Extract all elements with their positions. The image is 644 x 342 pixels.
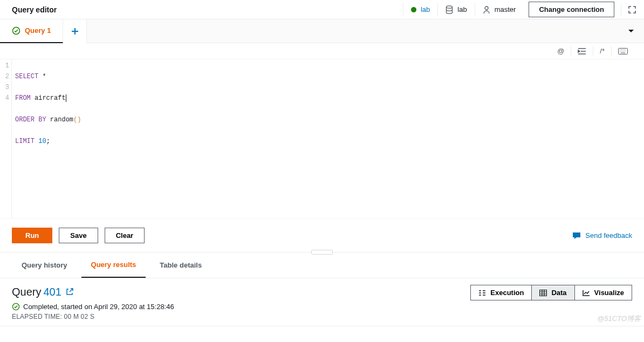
indent-button[interactable] [571,46,593,57]
grid-icon [539,290,547,296]
elapsed-time: ELAPSED TIME: 00 m 02 s [12,313,632,320]
header-bar: Query editor lab lab master Change conne… [0,0,644,19]
execution-button[interactable]: Execution [470,285,532,300]
line-number: 2 [0,71,11,82]
editor-controls: Run Save Clear Send feedback [0,219,644,252]
keyboard-button[interactable] [611,46,634,57]
tabs-menu-button[interactable] [618,27,644,35]
tab-query-history[interactable]: Query history [12,252,77,278]
resize-handle[interactable] [311,250,333,255]
at-sign-button[interactable]: @ [551,46,571,57]
connection-cluster-label: lab [421,5,430,13]
line-gutter: 1 2 3 4 [0,59,12,218]
save-button[interactable]: Save [59,228,98,243]
result-tabs: Query history Query results Table detail… [0,252,644,278]
connection-user-label: master [495,5,516,13]
comment-button[interactable]: /* [593,46,611,57]
tab-query-1[interactable]: Query 1 [0,19,63,43]
chart-icon [583,290,590,296]
editor-toolbar: @ /* [0,43,644,59]
status-text: Completed, started on April 29, 2020 at … [23,303,174,311]
visualize-button[interactable]: Visualize [574,285,632,300]
result-view-buttons: Execution Data Visualize [471,285,632,300]
data-button[interactable]: Data [531,285,574,300]
external-link-icon[interactable] [66,286,73,298]
connection-database: lab [437,3,474,17]
tab-query-results[interactable]: Query results [81,252,146,278]
add-tab-button[interactable] [63,19,87,43]
svg-point-0 [447,5,453,8]
tab-label: Query 1 [25,26,51,35]
feedback-icon [572,232,581,240]
check-circle-icon [12,26,20,35]
tab-table-details[interactable]: Table details [150,252,211,278]
run-button[interactable]: Run [12,228,52,243]
connection-database-label: lab [457,5,467,13]
query-tabs: Query 1 [0,19,644,43]
execution-icon [478,290,486,296]
status-dot-icon [411,7,416,12]
connection-user: master [475,3,524,17]
svg-rect-5 [540,290,547,296]
change-connection-button[interactable]: Change connection [529,2,614,17]
line-number: 4 [0,93,11,104]
status-row: Completed, started on April 29, 2020 at … [12,303,632,311]
text-cursor [66,94,66,102]
query-id-link[interactable]: 401 [43,286,61,298]
code-content[interactable]: SELECT * FROM aircraft ORDER BY random()… [12,59,84,218]
clear-button[interactable]: Clear [105,228,145,243]
database-icon [446,5,453,14]
code-editor[interactable]: 1 2 3 4 SELECT * FROM aircraft ORDER BY … [0,59,644,219]
connection-status: lab [403,3,437,17]
page-title: Query editor [12,5,57,14]
divider [621,3,621,16]
watermark: @51CTO博客 [597,314,641,324]
svg-point-1 [485,6,488,10]
send-feedback-link[interactable]: Send feedback [572,231,632,240]
line-number: 1 [0,60,11,71]
check-circle-icon [12,303,20,311]
user-icon [483,5,490,14]
line-number: 3 [0,82,11,93]
fullscreen-icon[interactable] [628,5,636,14]
result-body: Query 401 Completed, started on April 29… [0,278,644,326]
